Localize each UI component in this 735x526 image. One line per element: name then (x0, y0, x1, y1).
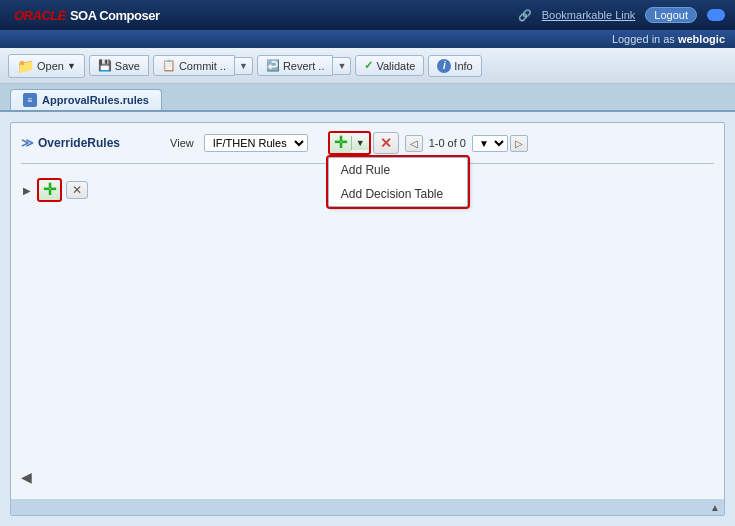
save-group: 💾 Save (89, 55, 149, 76)
oracle-logo: ORACLESOA Composer (10, 8, 159, 23)
page-info: 1-0 of 0 (429, 137, 466, 149)
add-rule-menu-item[interactable]: Add Rule (329, 158, 467, 182)
logged-in-bar: Logged in as weblogic (0, 30, 735, 48)
tab-approval-rules[interactable]: ≡ ApprovalRules.rules (10, 89, 162, 110)
main-toolbar: 📁 Open ▼ 💾 Save 📋 Commit .. ▼ ↩️ Revert … (0, 48, 735, 84)
commit-button[interactable]: 📋 Commit .. (153, 55, 235, 76)
open-button[interactable]: 📁 Open ▼ (8, 54, 85, 78)
nav-prev-button[interactable]: ◁ (405, 135, 423, 152)
nav-buttons: ◁ 1-0 of 0 ▼ ▷ (405, 135, 528, 152)
rule-header: ≫ OverrideRules View IF/THEN Rules ✛ ▼ (21, 131, 714, 155)
view-select[interactable]: IF/THEN Rules (204, 134, 308, 152)
content-panel: ≫ OverrideRules View IF/THEN Rules ✛ ▼ (10, 122, 725, 516)
row-expand-button[interactable]: ▶ (21, 183, 33, 198)
add-decision-table-menu-item[interactable]: Add Decision Table (329, 182, 467, 206)
logout-button[interactable]: Logout (645, 7, 697, 23)
link-icon: 🔗 (518, 9, 532, 22)
folder-icon: 📁 (17, 58, 34, 74)
rule-name: ≫ OverrideRules (21, 136, 120, 150)
tab-icon: ≡ (23, 93, 37, 107)
rule-toolbar: ✛ ▼ Add Rule Add Decision Table ✕ ◁ 1-0 … (328, 131, 528, 155)
validate-button[interactable]: ✓ Validate (355, 55, 424, 76)
header-bar: ORACLESOA Composer 🔗 Bookmarkable Link L… (0, 0, 735, 30)
plus-icon: ✛ (334, 135, 347, 151)
scroll-to-end-icon[interactable]: ▲ (710, 502, 720, 513)
info-icon: i (437, 59, 451, 73)
logged-in-user: weblogic (678, 33, 725, 45)
row-delete-button[interactable]: ✕ (66, 181, 88, 199)
main-content: ≫ OverrideRules View IF/THEN Rules ✛ ▼ (0, 112, 735, 526)
save-icon: 💾 (98, 59, 112, 72)
add-dropdown-menu: Add Rule Add Decision Table (328, 157, 468, 207)
connection-indicator (707, 9, 725, 21)
info-button[interactable]: i Info (428, 55, 481, 77)
add-button-group: ✛ ▼ (328, 131, 371, 155)
header-logo-area: ORACLESOA Composer (10, 8, 159, 23)
bookmarkable-link[interactable]: Bookmarkable Link (542, 9, 636, 21)
left-nav-arrow[interactable]: ◀ (21, 469, 32, 485)
row-add-button[interactable]: ✛ (37, 178, 62, 202)
view-label: View (170, 137, 194, 149)
scroll-indicator: ▲ (11, 499, 724, 515)
add-dropdown-button[interactable]: ▼ (351, 136, 369, 150)
delete-button[interactable]: ✕ (373, 132, 399, 154)
logged-in-label: Logged in as (612, 33, 675, 45)
commit-icon: 📋 (162, 59, 176, 72)
commit-dropdown-arrow[interactable]: ▼ (235, 57, 253, 75)
revert-icon: ↩️ (266, 59, 280, 72)
revert-button[interactable]: ↩️ Revert .. (257, 55, 334, 76)
revert-dropdown-arrow[interactable]: ▼ (333, 57, 351, 75)
open-dropdown-arrow[interactable]: ▼ (67, 61, 76, 71)
rule-section: ≫ OverrideRules View IF/THEN Rules ✛ ▼ (11, 123, 724, 174)
header-actions: 🔗 Bookmarkable Link Logout (518, 7, 725, 23)
commit-group: 📋 Commit .. ▼ (153, 55, 253, 76)
page-select[interactable]: ▼ (472, 135, 508, 152)
revert-group: ↩️ Revert .. ▼ (257, 55, 352, 76)
tab-bar: ≡ ApprovalRules.rules (0, 84, 735, 112)
nav-next-button[interactable]: ▷ (510, 135, 528, 152)
tab-label: ApprovalRules.rules (42, 94, 149, 106)
rule-expand-icon[interactable]: ≫ (21, 136, 34, 150)
rule-name-label: OverrideRules (38, 136, 120, 150)
add-rule-button[interactable]: ✛ (330, 133, 351, 153)
validate-icon: ✓ (364, 59, 373, 72)
save-button[interactable]: 💾 Save (89, 55, 149, 76)
row-plus-icon: ✛ (43, 182, 56, 198)
